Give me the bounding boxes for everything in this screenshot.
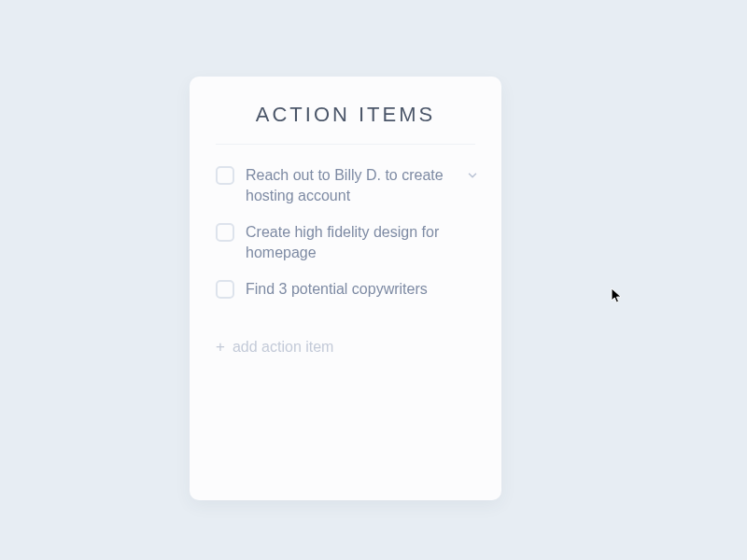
action-item[interactable]: Reach out to Billy D. to create hosting … bbox=[216, 165, 475, 205]
items-list: Reach out to Billy D. to create hosting … bbox=[216, 165, 475, 300]
add-action-item-button[interactable]: + add action item bbox=[216, 339, 475, 356]
action-item[interactable]: Create high fidelity design for homepage bbox=[216, 222, 475, 262]
plus-icon: + bbox=[216, 339, 225, 355]
item-label: Reach out to Billy D. to create hosting … bbox=[246, 165, 475, 205]
card-title: ACTION ITEMS bbox=[216, 103, 475, 144]
item-label: Create high fidelity design for homepage bbox=[246, 222, 475, 262]
title-divider bbox=[216, 144, 475, 145]
item-checkbox[interactable] bbox=[216, 166, 234, 185]
action-item[interactable]: Find 3 potential copywriters bbox=[216, 279, 475, 300]
item-checkbox[interactable] bbox=[216, 223, 234, 242]
add-label: add action item bbox=[233, 339, 334, 356]
cursor-icon bbox=[611, 287, 624, 308]
item-checkbox[interactable] bbox=[216, 280, 234, 299]
item-label: Find 3 potential copywriters bbox=[246, 279, 475, 300]
chevron-down-icon[interactable] bbox=[466, 169, 479, 182]
action-items-card: ACTION ITEMS Reach out to Billy D. to cr… bbox=[190, 77, 501, 500]
